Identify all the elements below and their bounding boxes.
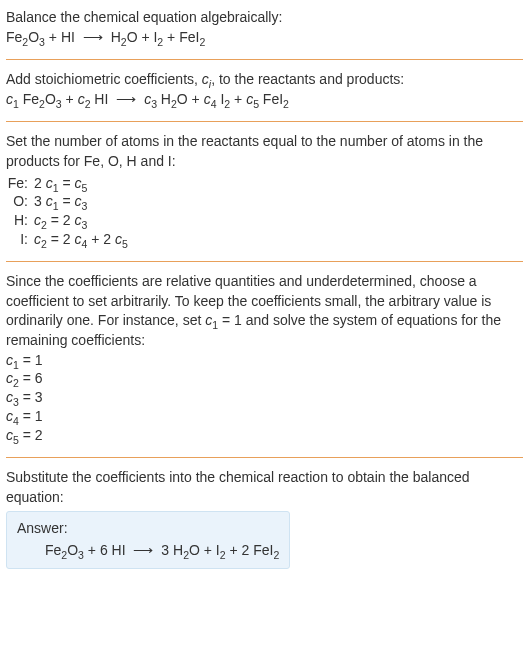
arrow-icon: ⟶ <box>112 90 140 110</box>
answer-title: Answer: <box>17 520 279 536</box>
coef-value: 1 <box>35 352 43 368</box>
section-coefficients: Add stoichiometric coefficients, ci, to … <box>6 68 523 117</box>
element-equation: 2 c1 = c5 <box>34 174 134 193</box>
text-fragment: , to the reactants and products: <box>211 71 404 87</box>
element-equation: c2 = 2 c4 + 2 c5 <box>34 230 134 249</box>
text-fragment: Add stoichiometric coefficients, <box>6 71 202 87</box>
solve-text: Since the coefficients are relative quan… <box>6 272 523 350</box>
element-label: I: <box>6 230 34 249</box>
atom-balance-text: Set the number of atoms in the reactants… <box>6 132 523 171</box>
coeff-intro: Add stoichiometric coefficients, ci, to … <box>6 70 523 90</box>
section-solve: Since the coefficients are relative quan… <box>6 270 523 453</box>
section-intro: Balance the chemical equation algebraica… <box>6 6 523 55</box>
balanced-equation: Fe2O3 + 6 HI ⟶ 3 H2O + I2 + 2 FeI2 <box>17 542 279 558</box>
divider <box>6 59 523 60</box>
section-substitute: Substitute the coefficients into the che… <box>6 466 523 577</box>
document-root: Balance the chemical equation algebraica… <box>0 0 529 583</box>
intro-text: Balance the chemical equation algebraica… <box>6 8 523 28</box>
answer-box: Answer: Fe2O3 + 6 HI ⟶ 3 H2O + I2 + 2 Fe… <box>6 511 290 569</box>
list-item: c5 = 2 <box>6 426 523 445</box>
element-equation: 3 c1 = c3 <box>34 192 134 211</box>
substitute-text: Substitute the coefficients into the che… <box>6 468 523 507</box>
coef-value: 1 <box>35 408 43 424</box>
element-label: O: <box>6 192 34 211</box>
atom-balance-table: Fe: 2 c1 = c5 O: 3 c1 = c3 H: c2 = 2 c3 … <box>6 174 134 250</box>
arrow-icon: ⟶ <box>129 542 157 558</box>
list-item: c2 = 6 <box>6 369 523 388</box>
element-equation: c2 = 2 c3 <box>34 211 134 230</box>
coef-value: 3 <box>35 389 43 405</box>
element-label: H: <box>6 211 34 230</box>
list-item: c4 = 1 <box>6 407 523 426</box>
list-item: c3 = 3 <box>6 388 523 407</box>
divider <box>6 457 523 458</box>
divider <box>6 121 523 122</box>
coefficient-equation: c1 Fe2O3 + c2 HI ⟶ c3 H2O + c4 I2 + c5 F… <box>6 90 523 110</box>
table-row: I: c2 = 2 c4 + 2 c5 <box>6 230 134 249</box>
table-row: O: 3 c1 = c3 <box>6 192 134 211</box>
table-row: H: c2 = 2 c3 <box>6 211 134 230</box>
coefficient-list: c1 = 1 c2 = 6 c3 = 3 c4 = 1 c5 = 2 <box>6 351 523 445</box>
table-row: Fe: 2 c1 = c5 <box>6 174 134 193</box>
list-item: c1 = 1 <box>6 351 523 370</box>
element-label: Fe: <box>6 174 34 193</box>
coef-value: 6 <box>35 370 43 386</box>
divider <box>6 261 523 262</box>
unbalanced-equation: Fe2O3 + HI ⟶ H2O + I2 + FeI2 <box>6 28 523 48</box>
arrow-icon: ⟶ <box>79 28 107 48</box>
ci-symbol: ci <box>202 71 211 87</box>
section-atom-balance: Set the number of atoms in the reactants… <box>6 130 523 257</box>
coef-value: 2 <box>35 427 43 443</box>
